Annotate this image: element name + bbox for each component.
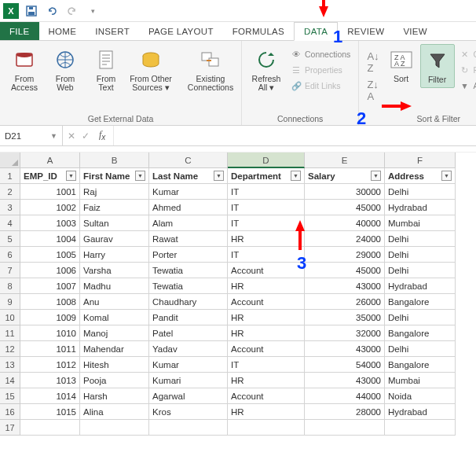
select-all-corner[interactable] [0, 153, 20, 168]
cell[interactable]: Mumbai [385, 215, 456, 231]
header-cell-emp_id[interactable]: EMP_ID▼ [20, 168, 80, 184]
cell[interactable]: Agarwal [149, 388, 228, 404]
cell[interactable]: 1013 [20, 373, 80, 388]
tab-insert[interactable]: INSERT [86, 22, 139, 40]
cell[interactable]: Yadav [149, 341, 228, 357]
cell[interactable]: Manoj [80, 325, 149, 341]
filter-dropdown-icon[interactable]: ▼ [371, 171, 381, 181]
cell[interactable]: 1006 [20, 263, 80, 278]
cell[interactable]: HR [228, 278, 305, 294]
cell[interactable]: IT [228, 184, 305, 200]
cell[interactable]: Raj [80, 184, 149, 200]
formula-input[interactable] [114, 126, 476, 145]
row-header-12[interactable]: 12 [0, 341, 20, 357]
cell[interactable]: 1011 [20, 341, 80, 357]
qat-customize-icon[interactable]: ▾ [85, 3, 101, 19]
cell[interactable]: 45000 [305, 263, 385, 278]
tab-review[interactable]: REVIEW [338, 22, 394, 40]
cell[interactable]: 1003 [20, 215, 80, 231]
cell-empty[interactable] [305, 420, 385, 436]
existing-connections-button[interactable]: Existing Connections [185, 44, 236, 95]
sort-button[interactable]: Z AA Z Sort [384, 44, 419, 86]
cell[interactable]: Harry [80, 247, 149, 263]
cell[interactable]: Bangalore [385, 325, 456, 341]
row-header-15[interactable]: 15 [0, 388, 20, 404]
cell[interactable]: 1012 [20, 357, 80, 373]
col-header-B[interactable]: B [80, 153, 149, 168]
row-header-8[interactable]: 8 [0, 278, 20, 294]
row-header-4[interactable]: 4 [0, 215, 20, 231]
tab-file[interactable]: FILE [0, 22, 39, 40]
row-header-1[interactable]: 1 [0, 168, 20, 184]
sort-asc-button[interactable]: A↓Z [364, 49, 382, 75]
from-web-button[interactable]: From Web [46, 44, 85, 95]
cell[interactable]: 28000 [305, 404, 385, 420]
cell[interactable]: 1004 [20, 231, 80, 247]
cell[interactable]: 45000 [305, 200, 385, 215]
row-header-7[interactable]: 7 [0, 263, 20, 278]
filter-dropdown-icon[interactable]: ▼ [291, 171, 301, 181]
cell[interactable]: IT [228, 247, 305, 263]
cell[interactable]: Kumar [149, 184, 228, 200]
row-header-3[interactable]: 3 [0, 200, 20, 215]
from-access-button[interactable]: From Access [5, 44, 44, 95]
cell[interactable]: Kumar [149, 357, 228, 373]
cell[interactable]: Tewatia [149, 278, 228, 294]
cell[interactable]: HR [228, 231, 305, 247]
row-header-5[interactable]: 5 [0, 231, 20, 247]
row-header-16[interactable]: 16 [0, 404, 20, 420]
cell[interactable]: Hydrabad [385, 404, 456, 420]
header-cell-salary[interactable]: Salary▼ [305, 168, 385, 184]
cell[interactable]: Tewatia [149, 263, 228, 278]
tab-home[interactable]: HOME [39, 22, 86, 40]
header-cell-department[interactable]: Department▼ [228, 168, 305, 184]
cell-empty[interactable] [228, 420, 305, 436]
cell[interactable]: IT [228, 200, 305, 215]
col-header-F[interactable]: F [385, 153, 456, 168]
cell[interactable]: Patel [149, 325, 228, 341]
cell[interactable]: Delhi [385, 184, 456, 200]
col-header-C[interactable]: C [149, 153, 228, 168]
cell[interactable]: Account [228, 341, 305, 357]
cell[interactable]: Sultan [80, 215, 149, 231]
fx-icon[interactable]: fx [96, 129, 108, 142]
col-header-A[interactable]: A [20, 153, 80, 168]
cell[interactable]: Pooja [80, 373, 149, 388]
cell[interactable]: Madhu [80, 278, 149, 294]
advanced-filter-button[interactable]: ▼Advanced [456, 79, 476, 93]
cell[interactable]: 1009 [20, 310, 80, 325]
cell[interactable]: Varsha [80, 263, 149, 278]
cell[interactable]: 40000 [305, 215, 385, 231]
filter-dropdown-icon[interactable]: ▼ [66, 171, 76, 181]
cell-empty[interactable] [20, 420, 80, 436]
cell[interactable]: Anu [80, 294, 149, 310]
cell[interactable]: Harsh [80, 388, 149, 404]
cell[interactable]: Delhi [385, 247, 456, 263]
filter-dropdown-icon[interactable]: ▼ [441, 171, 452, 181]
cell[interactable]: 30000 [305, 184, 385, 200]
cell[interactable]: 1015 [20, 404, 80, 420]
cell-empty[interactable] [149, 420, 228, 436]
col-header-E[interactable]: E [305, 153, 385, 168]
row-header-6[interactable]: 6 [0, 247, 20, 263]
cell[interactable]: 43000 [305, 278, 385, 294]
cell[interactable]: 44000 [305, 388, 385, 404]
undo-icon[interactable] [44, 3, 60, 19]
col-header-D[interactable]: D [228, 153, 305, 168]
cell[interactable]: Mumbai [385, 373, 456, 388]
cell[interactable]: 35000 [305, 310, 385, 325]
cell[interactable]: Account [228, 388, 305, 404]
header-cell-first-name[interactable]: First Name▼ [80, 168, 149, 184]
cell[interactable]: Delhi [385, 231, 456, 247]
cell[interactable]: Alam [149, 215, 228, 231]
cell[interactable]: 1010 [20, 325, 80, 341]
cell[interactable]: 26000 [305, 294, 385, 310]
name-box[interactable]: D21▼ [0, 126, 63, 145]
cell[interactable]: 43000 [305, 341, 385, 357]
redo-icon[interactable] [64, 3, 80, 19]
cell[interactable]: Account [228, 294, 305, 310]
cell[interactable]: Komal [80, 310, 149, 325]
cell[interactable]: 54000 [305, 357, 385, 373]
cell[interactable]: Bangalore [385, 294, 456, 310]
cell[interactable]: 1001 [20, 184, 80, 200]
